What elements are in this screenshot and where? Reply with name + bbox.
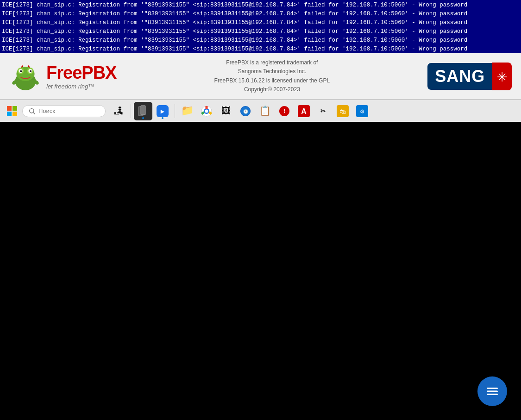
svg-rect-14 [13,112,17,116]
taskbar-separator-2 [175,104,175,118]
taskbar-app-notes[interactable]: 📋 [256,102,274,120]
info-line-4: Copyright© 2007-2023 [214,85,330,94]
svg-point-15 [30,108,34,113]
taskbar-app-landscape[interactable]: 🏞 [109,102,128,120]
svg-rect-36 [487,391,498,392]
svg-rect-18 [141,106,145,115]
svg-point-23 [205,109,208,113]
log-entry: ICE[1273] chan_sip.c: Registration from … [2,45,519,53]
red-app-icon: ! [278,105,290,117]
freepbx-tagline: let freedom ring™ [46,83,94,90]
freepbx-brand-name: FreePBX [46,63,116,83]
taskbar-app-clock[interactable]: 🕐 [236,102,255,120]
freepbx-logo-section: FreePBX let freedom ring™ [9,60,116,93]
meet-icon: ▶ [157,105,169,117]
fab-menu-button[interactable] [477,376,507,406]
svg-text:🕐: 🕐 [243,109,249,114]
brand-suffix: PBX [82,63,116,82]
info-line-3: FreePBX 15.0.16.22 is licensed under the… [214,76,330,85]
svg-rect-37 [487,394,498,395]
svg-rect-11 [7,106,12,111]
log-entry: ICE[1273] chan_sip.c: Registration from … [2,19,519,27]
sangoma-logo-section: SANG ✳ [427,63,512,90]
log-entry: ICE[1273] chan_sip.c: Registration from … [2,10,519,19]
freepbx-banner: FreePBX let freedom ring™ FreePBX is a r… [0,53,521,100]
taskbar-separator-1 [131,104,131,118]
info-line-1: FreePBX is a registered trademark of [214,58,330,67]
taskbar-app-red[interactable]: ! [275,102,294,120]
freepbx-text-section: FreePBX let freedom ring™ [46,63,116,90]
windows-logo-icon [6,106,18,117]
terminal-log: ICE[1273] chan_sip.c: Registration from … [0,0,521,53]
svg-text:▶: ▶ [161,108,165,115]
taskbar-app-settings[interactable]: ⚙ [353,102,371,120]
svg-point-8 [30,70,31,72]
svg-line-16 [33,113,35,114]
svg-rect-35 [487,388,498,389]
taskbar-search-bar[interactable] [22,105,106,117]
sangoma-text: SANG [435,67,485,86]
log-entry: ICE[1273] chan_sip.c: Registration from … [2,27,519,36]
taskbar-app-files[interactable] [134,102,152,120]
svg-text:⚙: ⚙ [360,108,364,115]
windows-taskbar: 🏞 ▶ 📁 [0,100,521,122]
chrome-icon [201,105,213,117]
settings-icon: ⚙ [356,105,368,117]
taskbar-apps-area: 🏞 ▶ 📁 [109,102,371,120]
frog-logo-icon [9,60,42,93]
brand-prefix: Free [46,63,82,82]
sangoma-logo: SANG [427,63,492,90]
clock-icon: 🕐 [239,105,251,117]
sangoma-asterisk-symbol: ✳ [492,63,512,90]
svg-point-7 [20,70,22,72]
hamburger-menu-icon [485,384,500,399]
taskbar-app-font[interactable]: A [295,102,313,120]
search-input[interactable] [38,107,94,114]
windows-start-button[interactable] [4,103,20,119]
log-entry: ICE[1273] chan_sip.c: Registration from … [2,36,519,45]
taskbar-app-folder[interactable]: 📁 [178,102,196,120]
taskbar-app-meet[interactable]: ▶ [153,102,172,120]
taskbar-app-chrome[interactable] [197,102,216,120]
freepbx-info: FreePBX is a registered trademark of San… [214,58,330,94]
svg-text:🛍: 🛍 [339,108,346,116]
font-app-icon: A [298,105,310,117]
svg-text:!: ! [282,108,286,115]
svg-text:A: A [301,107,307,115]
log-entry: ICE[1273] chan_sip.c: Registration from … [2,1,519,10]
info-line-2: Sangoma Technologies Inc. [214,67,330,76]
taskbar-app-store[interactable]: 🛍 [333,102,352,120]
store-icon: 🛍 [337,105,349,117]
svg-rect-13 [7,112,12,116]
search-icon [28,107,36,115]
files-icon [137,105,149,117]
taskbar-app-photos[interactable]: 🖼 [217,102,235,120]
taskbar-app-scissors[interactable]: ✂ [314,102,333,120]
main-content-area [0,122,521,420]
svg-rect-12 [13,106,17,111]
